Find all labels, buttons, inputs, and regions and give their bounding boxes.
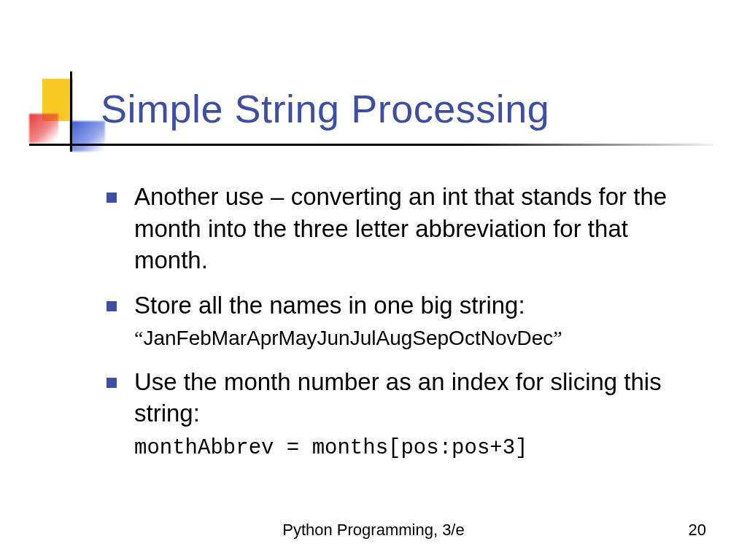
vertical-line xyxy=(70,71,72,152)
horizontal-line xyxy=(29,144,713,146)
bullet-list: Another use – converting an int that sta… xyxy=(102,181,703,462)
footer-text: Python Programming, 3/e xyxy=(0,521,747,540)
bullet-text: Store all the names in one big string: xyxy=(134,292,525,319)
content-area: Another use – converting an int that sta… xyxy=(102,181,703,475)
code-text: monthAbbrev = months[pos:pos+3] xyxy=(134,436,528,460)
bullet-text: Another use – converting an int that sta… xyxy=(134,183,667,273)
bullet-item: Use the month number as an index for sli… xyxy=(102,366,703,462)
slide-title: Simple String Processing xyxy=(101,86,549,131)
bullet-text: Use the month number as an index for sli… xyxy=(134,368,662,427)
slide: Simple String Processing Another use – c… xyxy=(0,0,747,560)
bullet-item: Store all the names in one big string: “… xyxy=(102,289,703,353)
bullet-item: Another use – converting an int that sta… xyxy=(102,181,703,276)
red-gradient xyxy=(29,114,58,143)
blue-gradient xyxy=(70,121,105,152)
page-number: 20 xyxy=(689,521,706,540)
bullet-subtext: “JanFebMarAprMayJunJulAugSepOctNovDec” xyxy=(134,327,562,349)
header-decoration xyxy=(29,79,88,159)
